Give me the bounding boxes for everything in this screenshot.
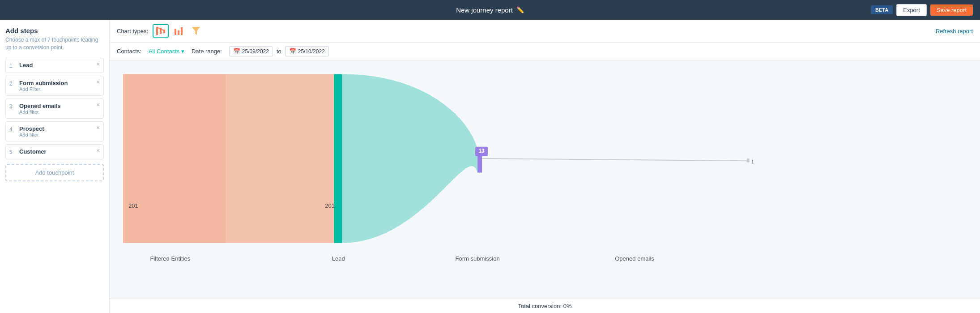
report-title-container: New journey report ✏️ [456,6,524,14]
form-value-label: 13 [478,148,485,154]
step-content-4: Prospect Add filter. [19,125,100,137]
step-item-1: 1 Lead × [5,58,104,73]
opened-value-label: 1 [751,159,754,164]
date-to-input[interactable]: 📅 25/10/2022 [285,46,329,56]
sidebar-title: Add steps [5,27,104,34]
step-filter-3[interactable]: Add filter. [19,109,100,115]
beta-badge: BETA [871,5,893,14]
chart-type-section: Chart types: [117,24,204,38]
lead-count-label: 201 [325,202,335,209]
chart-toolbar: Chart types: [110,20,980,43]
flow-filtered-lead-bg [226,74,334,243]
sankey-icon [156,27,165,35]
svg-rect-3 [175,29,176,35]
report-title: New journey report [456,6,513,14]
calendar-from-icon: 📅 [233,48,240,55]
node-opened-emails [747,159,750,162]
step-filter-4[interactable]: Add filter. [19,132,100,137]
step-close-2[interactable]: × [96,79,100,85]
export-button[interactable]: Export [896,4,927,16]
contacts-filter: All Contacts ▾ [149,48,184,55]
filter-bar: Contacts: All Contacts ▾ Date range: 📅 2… [110,43,980,60]
step-label-5: Customer [19,148,100,155]
step-label-2: Form submission [19,80,100,86]
step-content-2: Form submission Add Filter. [19,80,100,92]
step-content-5: Customer [19,148,100,155]
date-from-input[interactable]: 📅 25/09/2022 [229,46,273,56]
step-label-1: Lead [19,62,100,69]
filtered-count-label: 201 [128,202,138,209]
step-num-3: 3 [9,103,16,110]
contacts-value: All Contacts [149,48,179,55]
chart-filter-button[interactable] [188,24,204,38]
node-lead [334,74,342,243]
svg-rect-5 [181,27,183,35]
save-report-button[interactable]: Save report [930,4,973,16]
step-label-3: Opened emails [19,103,100,109]
xaxis-form-label: Form submission [456,255,500,262]
flow-form-opened [482,159,747,161]
refresh-report-button[interactable]: Refresh report [936,28,973,34]
chart-type-sankey[interactable] [153,24,169,38]
svg-rect-0 [156,27,158,35]
step-item-4: 4 Prospect Add filter. × [5,121,104,141]
step-label-4: Prospect [19,125,100,132]
step-close-5[interactable]: × [96,147,100,154]
step-close-1[interactable]: × [96,61,100,67]
top-nav: New journey report ✏️ BETA Export Save r… [0,0,980,20]
total-conversion: Total conversion: 0% [518,303,572,309]
bottom-bar: Total conversion: 0% [110,299,980,313]
sidebar-subtitle: Choose a max of 7 touchpoints leading up… [5,36,104,51]
top-nav-actions: BETA Export Save report [871,4,973,16]
chart-type-buttons [153,24,204,38]
step-item-2: 2 Form submission Add Filter. × [5,76,104,96]
xaxis-lead-label: Lead [332,255,345,262]
step-close-3[interactable]: × [96,102,100,108]
step-content-1: Lead [19,62,100,69]
date-range-label: Date range: [192,48,222,55]
date-from-value: 25/09/2022 [242,48,269,55]
contacts-label: Contacts: [117,48,141,55]
chart-type-bar[interactable] [170,24,187,38]
contacts-dropdown-button[interactable]: All Contacts ▾ [149,48,184,55]
chart-area: Chart types: [110,20,980,313]
sidebar: Add steps Choose a max of 7 touchpoints … [0,20,110,313]
step-num-1: 1 [9,63,16,69]
step-filter-2[interactable]: Add Filter. [19,86,100,92]
sankey-svg: 13 1 201 201 Filtered Entities Lead Form… [119,69,971,266]
filter-icon [192,27,200,35]
svg-rect-4 [178,30,179,35]
xaxis-filtered-label: Filtered Entities [150,255,190,262]
add-touchpoint-button[interactable]: Add touchpoint [5,164,104,181]
step-item-3: 3 Opened emails Add filter. × [5,99,104,119]
step-num-2: 2 [9,81,16,87]
date-range: 📅 25/09/2022 to 📅 25/10/2022 [229,46,329,56]
step-num-4: 4 [9,126,16,133]
step-close-4[interactable]: × [96,124,100,131]
step-item-5: 5 Customer × [5,144,104,159]
node-filtered-entities [123,74,226,243]
date-to-value: 25/10/2022 [298,48,325,55]
main-layout: Add steps Choose a max of 7 touchpoints … [0,20,980,313]
step-content-3: Opened emails Add filter. [19,103,100,115]
flow-lead-form [342,74,477,243]
chart-types-label: Chart types: [117,28,148,34]
bar-chart-icon [174,27,183,35]
edit-icon[interactable]: ✏️ [516,6,524,13]
xaxis-opened-label: Opened emails [615,255,654,262]
to-label: to [277,48,281,55]
sankey-chart-container: 13 1 201 201 Filtered Entities Lead Form… [110,60,980,299]
step-num-5: 5 [9,149,16,155]
calendar-to-icon: 📅 [289,48,296,55]
svg-marker-6 [192,27,200,35]
svg-rect-1 [160,28,162,34]
